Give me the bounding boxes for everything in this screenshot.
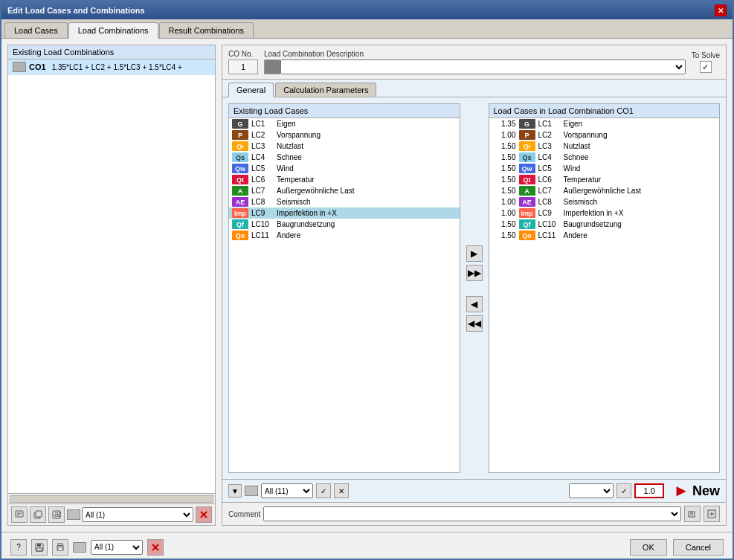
to-solve-group: To Solve ✓ xyxy=(692,51,720,73)
combo-lc-name: LC2 xyxy=(538,131,561,139)
lc-desc: Vorspannung xyxy=(277,131,457,139)
combo-lc-name: LC11 xyxy=(538,231,561,239)
lc-badge: Qt xyxy=(232,175,248,184)
combo-row-lc5[interactable]: 1.50 Qw LC5 Wind xyxy=(489,163,720,174)
combo-lc-desc: Vorspannung xyxy=(564,131,717,139)
lc-desc: Eigen xyxy=(277,120,457,128)
remove-left-single-btn[interactable]: ◀ xyxy=(466,296,483,312)
combo-check-btn[interactable]: ✓ xyxy=(617,483,631,498)
tab-calc-params[interactable]: Calculation Parameters xyxy=(275,83,376,97)
lc-name: LC8 xyxy=(251,198,274,206)
lc-row-lc8[interactable]: AE LC8 Seismisch xyxy=(229,196,460,207)
existing-load-cases-panel: Existing Load Cases G LC1 Eigen P LC2 Vo… xyxy=(228,103,460,473)
rename-icon-btn[interactable]: ab xyxy=(48,506,65,523)
lc-row-lc1[interactable]: G LC1 Eigen xyxy=(229,118,460,129)
hscrollbar[interactable] xyxy=(10,495,213,503)
new-arrow-area: ► New xyxy=(673,483,720,499)
footer-delete-btn[interactable] xyxy=(147,539,164,556)
lc-desc: Temperatur xyxy=(277,176,457,184)
co-no-input[interactable] xyxy=(228,59,258,74)
combo-lc-desc: Nutzlast xyxy=(564,142,717,150)
filter-dropdown[interactable]: All (11) xyxy=(261,483,313,498)
new-label[interactable]: New xyxy=(692,483,720,499)
combo-badge: Qw xyxy=(519,164,535,173)
combo-header: Load Cases in Load Combination CO1 xyxy=(489,104,720,118)
lc-name: LC5 xyxy=(251,164,274,173)
close-button[interactable]: ✕ xyxy=(715,4,727,16)
comment-expand-btn[interactable] xyxy=(704,506,720,522)
co1-row[interactable]: CO1 1.35*LC1 + LC2 + 1.5*LC3 + 1.5*LC4 + xyxy=(8,59,215,75)
svg-rect-19 xyxy=(58,544,62,546)
inner-tabs-bar: General Calculation Parameters xyxy=(222,80,726,97)
left-filter-select[interactable]: All (1) xyxy=(82,507,193,522)
copy-icon-btn[interactable] xyxy=(30,506,46,523)
hscroll-area xyxy=(8,493,215,503)
filter-funnel-icon[interactable]: ▼ xyxy=(228,484,242,498)
lc-row-lc6[interactable]: Qt LC6 Temperatur xyxy=(229,174,460,185)
lc-row-lc10[interactable]: Qf LC10 Baugrundsetzung xyxy=(229,219,460,230)
lc-row-lc11[interactable]: Qo LC11 Andere xyxy=(229,230,460,241)
footer-color-box xyxy=(73,542,86,553)
combo-factor: 1.00 xyxy=(492,131,516,139)
add-icon-btn[interactable] xyxy=(11,506,28,523)
combo-badge: P xyxy=(519,130,535,140)
left-bottom-toolbar: ab All (1) xyxy=(8,503,215,525)
combo-lc-name: LC3 xyxy=(538,142,561,150)
desc-select[interactable] xyxy=(280,59,686,74)
combo-factor: 1.50 xyxy=(492,231,516,239)
combo-row-lc6[interactable]: 1.50 Qt LC6 Temperatur xyxy=(489,174,720,185)
svg-rect-20 xyxy=(58,548,62,550)
combo-type-select[interactable] xyxy=(569,483,614,498)
co1-formula: 1.35*LC1 + LC2 + 1.5*LC3 + 1.5*LC4 + xyxy=(52,63,182,71)
combo-row-lc4[interactable]: 1.50 Qs LC4 Schnee xyxy=(489,152,720,163)
combo-factor: 1.00 xyxy=(492,198,516,206)
cancel-button[interactable]: Cancel xyxy=(673,539,724,556)
main-tabs: Load Cases Load Combinations Result Comb… xyxy=(1,19,733,39)
lc-name: LC7 xyxy=(251,187,274,195)
lc-row-lc5[interactable]: Qw LC5 Wind xyxy=(229,163,460,174)
combo-lc-name: LC8 xyxy=(538,198,561,206)
combo-row-lc9[interactable]: 1.00 Imp LC9 Imperfektion in +X xyxy=(489,207,720,219)
tab-general[interactable]: General xyxy=(228,83,274,97)
delete-icon-btn[interactable] xyxy=(196,506,212,523)
comment-edit-btn[interactable] xyxy=(684,506,701,522)
panels-area: Existing Load Cases G LC1 Eigen P LC2 Vo… xyxy=(222,97,726,479)
combo-row-lc3[interactable]: 1.50 Qi LC3 Nutzlast xyxy=(489,141,720,152)
lc-row-lc9[interactable]: Imp LC9 Imperfektion in +X xyxy=(229,207,460,219)
svg-text:ab: ab xyxy=(54,510,61,518)
remove-left-all-btn[interactable]: ◀◀ xyxy=(466,315,483,332)
tab-load-combinations[interactable]: Load Combinations xyxy=(68,22,158,39)
combo-row-lc10[interactable]: 1.50 Qf LC10 Baugrundsetzung xyxy=(489,219,720,230)
uncheck-all-btn[interactable]: ✕ xyxy=(334,483,349,498)
check-all-btn[interactable]: ✓ xyxy=(316,483,331,498)
add-right-all-btn[interactable]: ▶▶ xyxy=(466,265,483,281)
combo-badge: Qi xyxy=(519,141,535,151)
lc-row-lc3[interactable]: Qi LC3 Nutzlast xyxy=(229,141,460,152)
lc-row-lc7[interactable]: A LC7 Außergewöhnliche Last xyxy=(229,185,460,196)
lc-name: LC4 xyxy=(251,153,274,161)
combo-row-lc8[interactable]: 1.00 AE LC8 Seismisch xyxy=(489,196,720,207)
footer-filter-select[interactable]: All (1) xyxy=(91,540,143,555)
title-bar: Edit Load Cases and Combinations ✕ xyxy=(1,1,733,19)
ok-button[interactable]: OK xyxy=(630,539,667,556)
print-btn[interactable] xyxy=(52,539,68,556)
add-right-single-btn[interactable]: ▶ xyxy=(466,245,483,262)
combo-row-lc2[interactable]: 1.00 P LC2 Vorspannung xyxy=(489,129,720,141)
combo-row-lc11[interactable]: 1.50 Qo LC11 Andere xyxy=(489,230,720,241)
lc-row-lc4[interactable]: Qs LC4 Schnee xyxy=(229,152,460,163)
to-solve-checkbox[interactable]: ✓ xyxy=(700,61,712,73)
combo-factor: 1.50 xyxy=(492,153,516,161)
tab-load-cases[interactable]: Load Cases xyxy=(4,22,68,38)
tab-result-combinations[interactable]: Result Combinations xyxy=(159,22,254,38)
lc-row-lc2[interactable]: P LC2 Vorspannung xyxy=(229,129,460,141)
combo-row-lc7[interactable]: 1.50 A LC7 Außergewöhnliche Last xyxy=(489,185,720,196)
combo-lc-desc: Andere xyxy=(564,231,717,239)
combo-lc-name: LC1 xyxy=(538,120,561,128)
combo-row-lc1[interactable]: 1.35 G LC1 Eigen xyxy=(489,118,720,129)
factor-input[interactable] xyxy=(634,483,664,498)
lc-desc: Seismisch xyxy=(277,198,457,206)
help-btn[interactable]: ? xyxy=(10,539,27,556)
comment-select[interactable] xyxy=(263,506,681,521)
left-panel-body xyxy=(8,75,215,493)
save-btn[interactable] xyxy=(31,539,48,556)
